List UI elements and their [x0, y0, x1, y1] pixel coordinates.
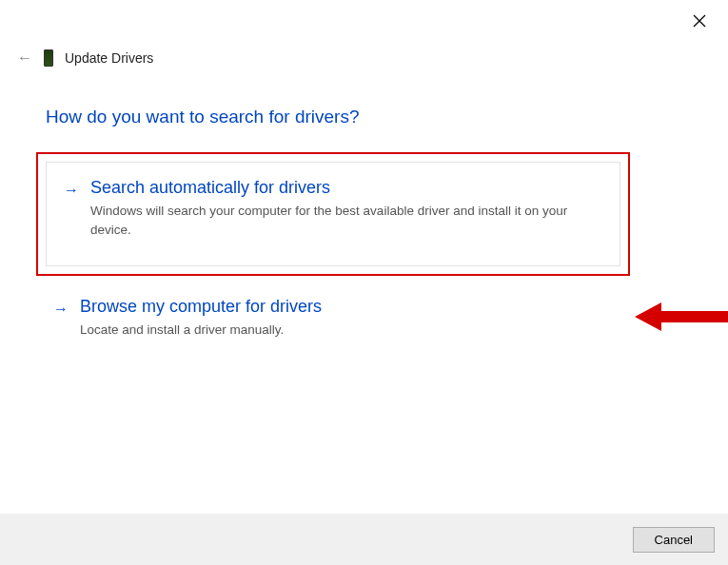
- option-title: Search automatically for drivers: [90, 178, 602, 198]
- device-icon: [44, 49, 53, 67]
- back-button[interactable]: ←: [17, 49, 32, 67]
- option-search-automatically[interactable]: → Search automatically for drivers Windo…: [46, 162, 620, 266]
- cancel-button[interactable]: Cancel: [633, 527, 715, 553]
- header-row: ← Update Drivers: [17, 49, 153, 67]
- option-browse-computer[interactable]: → Browse my computer for drivers Locate …: [36, 293, 630, 347]
- close-icon: [693, 14, 706, 28]
- annotation-arrow-icon: [635, 293, 728, 341]
- option-content: Browse my computer for drivers Locate an…: [80, 297, 613, 340]
- arrow-right-icon: →: [53, 301, 69, 340]
- option-content: Search automatically for drivers Windows…: [90, 178, 602, 239]
- svg-marker-2: [635, 302, 728, 331]
- option-description: Locate and install a driver manually.: [80, 321, 613, 340]
- options-area: → Search automatically for drivers Windo…: [36, 152, 630, 347]
- arrow-right-icon: →: [64, 182, 79, 239]
- option-description: Windows will search your computer for th…: [90, 202, 602, 239]
- annotation-highlight-box: → Search automatically for drivers Windo…: [36, 152, 630, 276]
- window-title: Update Drivers: [65, 50, 153, 66]
- footer-bar: Cancel: [0, 514, 728, 565]
- close-button[interactable]: [690, 11, 709, 30]
- page-heading: How do you want to search for drivers?: [46, 107, 360, 127]
- option-title: Browse my computer for drivers: [80, 297, 613, 317]
